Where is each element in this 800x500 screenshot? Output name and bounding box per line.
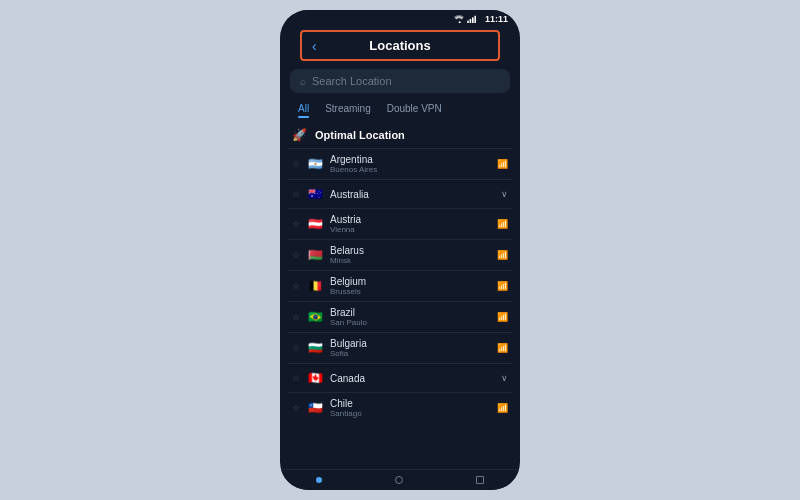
signal-icon: 📶	[497, 281, 508, 291]
signal-icon: 📶	[497, 403, 508, 413]
svg-rect-3	[474, 16, 476, 23]
flag-bulgaria: 🇧🇬	[306, 339, 324, 357]
star-icon[interactable]: ☆	[292, 189, 300, 199]
tabs-bar: All Streaming Double VPN	[280, 99, 520, 118]
star-icon[interactable]: ☆	[292, 343, 300, 353]
list-item[interactable]: ☆ 🇧🇪 Belgium Brussels 📶	[288, 270, 512, 301]
status-bar: 11:11	[280, 10, 520, 26]
optimal-location-label: Optimal Location	[315, 129, 405, 141]
star-icon[interactable]: ☆	[292, 250, 300, 260]
flag-austria: 🇦🇹	[306, 215, 324, 233]
star-icon[interactable]: ☆	[292, 403, 300, 413]
list-item[interactable]: ☆ 🇨🇦 Canada ∨	[288, 363, 512, 392]
list-item[interactable]: ☆ 🇧🇷 Brazil San Paulo 📶	[288, 301, 512, 332]
country-info-belgium: Belgium Brussels	[330, 276, 491, 296]
bottom-nav	[280, 469, 520, 490]
nav-recent-indicator	[476, 476, 484, 484]
city-name: Sofia	[330, 349, 491, 358]
country-info-belarus: Belarus Minsk	[330, 245, 491, 265]
svg-rect-0	[467, 21, 469, 23]
city-name: Vienna	[330, 225, 491, 234]
city-name: San Paulo	[330, 318, 491, 327]
tab-double-vpn[interactable]: Double VPN	[379, 99, 450, 118]
list-item[interactable]: ☆ 🇦🇷 Argentina Buenos Aires 📶	[288, 148, 512, 179]
rocket-icon: 🚀	[292, 128, 307, 142]
flag-belgium: 🇧🇪	[306, 277, 324, 295]
flag-canada: 🇨🇦	[306, 369, 324, 387]
city-name: Buenos Aires	[330, 165, 491, 174]
country-name: Canada	[330, 373, 495, 384]
list-item[interactable]: ☆ 🇧🇬 Bulgaria Sofia 📶	[288, 332, 512, 363]
page-header: ‹ Locations	[300, 30, 500, 61]
tab-all[interactable]: All	[290, 99, 317, 118]
signal-bars-icon	[467, 15, 477, 23]
list-item[interactable]: ☆ 🇧🇾 Belarus Minsk 📶	[288, 239, 512, 270]
city-name: Santiago	[330, 409, 491, 418]
country-name: Brazil	[330, 307, 491, 318]
signal-icon: 📶	[497, 343, 508, 353]
country-info-bulgaria: Bulgaria Sofia	[330, 338, 491, 358]
star-icon[interactable]: ☆	[292, 312, 300, 322]
flag-chile: 🇨🇱	[306, 399, 324, 417]
status-time: 11:11	[485, 14, 508, 24]
city-name: Brussels	[330, 287, 491, 296]
flag-australia: 🇦🇺	[306, 185, 324, 203]
status-icons	[454, 15, 477, 23]
country-info-brazil: Brazil San Paulo	[330, 307, 491, 327]
country-name: Argentina	[330, 154, 491, 165]
city-name: Minsk	[330, 256, 491, 265]
country-name: Belgium	[330, 276, 491, 287]
country-name: Austria	[330, 214, 491, 225]
phone-frame: 11:11 ‹ Locations ⌕ Search Location All …	[280, 10, 520, 490]
country-name: Belarus	[330, 245, 491, 256]
location-list: 🚀 Optimal Location ☆ 🇦🇷 Argentina Buenos…	[280, 122, 520, 469]
tab-streaming[interactable]: Streaming	[317, 99, 379, 118]
country-info-argentina: Argentina Buenos Aires	[330, 154, 491, 174]
list-item[interactable]: ☆ 🇨🇱 Chile Santiago 📶	[288, 392, 512, 423]
country-info-austria: Austria Vienna	[330, 214, 491, 234]
flag-belarus: 🇧🇾	[306, 246, 324, 264]
search-placeholder: Search Location	[312, 75, 392, 87]
search-bar[interactable]: ⌕ Search Location	[290, 69, 510, 93]
search-icon: ⌕	[300, 76, 306, 87]
country-info-canada: Canada	[330, 373, 495, 384]
signal-icon: 📶	[497, 159, 508, 169]
star-icon[interactable]: ☆	[292, 373, 300, 383]
chevron-down-icon: ∨	[501, 373, 508, 383]
wifi-icon	[454, 15, 464, 23]
flag-argentina: 🇦🇷	[306, 155, 324, 173]
star-icon[interactable]: ☆	[292, 219, 300, 229]
list-item[interactable]: ☆ 🇦🇺 Australia ∨	[288, 179, 512, 208]
chevron-down-icon: ∨	[501, 189, 508, 199]
country-info-australia: Australia	[330, 189, 495, 200]
svg-rect-2	[472, 17, 474, 23]
star-icon[interactable]: ☆	[292, 281, 300, 291]
country-name: Australia	[330, 189, 495, 200]
nav-back-indicator	[395, 476, 403, 484]
country-name: Bulgaria	[330, 338, 491, 349]
nav-home-indicator	[316, 477, 322, 483]
back-button[interactable]: ‹	[312, 38, 317, 54]
optimal-location-row[interactable]: 🚀 Optimal Location	[288, 122, 512, 148]
svg-rect-1	[470, 19, 472, 23]
signal-icon: 📶	[497, 250, 508, 260]
signal-icon: 📶	[497, 312, 508, 322]
page-title: Locations	[369, 38, 430, 53]
country-name: Chile	[330, 398, 491, 409]
list-item[interactable]: ☆ 🇦🇹 Austria Vienna 📶	[288, 208, 512, 239]
signal-icon: 📶	[497, 219, 508, 229]
country-info-chile: Chile Santiago	[330, 398, 491, 418]
star-icon[interactable]: ☆	[292, 159, 300, 169]
flag-brazil: 🇧🇷	[306, 308, 324, 326]
